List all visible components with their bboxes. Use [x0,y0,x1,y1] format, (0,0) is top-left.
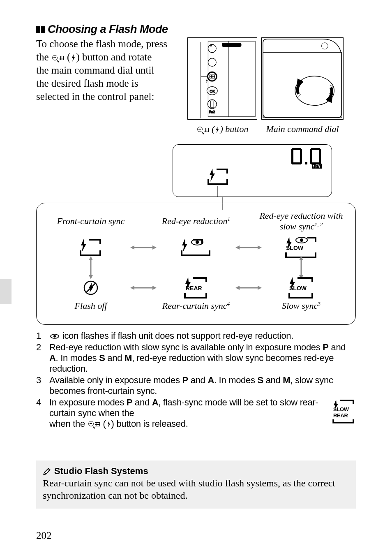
page-number: 202 [36,530,52,541]
svg-marker-51 [89,256,93,260]
svg-rect-27 [292,148,301,150]
footnote-text: Available only in exposure modes P and A… [49,375,356,396]
arrow-v-icon [88,256,94,279]
svg-marker-54 [299,256,303,260]
section-tab [0,279,12,304]
mode-title-front-curtain: Front-curtain sync [57,216,125,226]
svg-point-43 [196,241,199,244]
heading-text: Choosing a Flash Mode [48,23,168,36]
svg-rect-29 [291,149,293,164]
svg-text:SLOW: SLOW [286,245,304,251]
heading-bullets [36,26,45,33]
pencil-icon [43,467,51,475]
footnote-text: icon flashes if flash unit does not supp… [60,331,293,341]
svg-line-71 [48,469,49,471]
caption-text: button [223,124,249,134]
svg-line-21 [298,94,301,97]
footnote-2: 2 Red-eye reduction with slow sync is av… [36,342,356,374]
diagram-caption-dial: Main command dial [261,124,344,134]
intro-line: the desired flash mode is [36,78,138,89]
qflash-icon [197,127,209,133]
intro-paragraph: To choose the flash mode, press the () b… [36,37,180,103]
svg-point-26 [322,43,328,49]
svg-text:REAR: REAR [186,285,202,292]
svg-rect-30 [300,149,302,164]
intro-line: selected in the control panel: [36,91,154,102]
svg-marker-59 [130,286,134,290]
intro-line: the [36,51,51,62]
icon-red-eye-slow: SLOW [284,237,318,258]
icon-flash-off [83,278,99,298]
note-box: Studio Flash Systems Rear-curtain sync c… [36,460,356,509]
arrow-v-icon [298,256,304,279]
control-panel-display [36,144,356,197]
flash-bolt-icon [71,54,75,62]
svg-text:REAR: REAR [333,412,348,419]
note-heading: Studio Flash Systems [43,465,349,477]
footnotes: 1 icon flashes if flash unit does not su… [36,331,356,429]
arrow-h-icon [235,244,262,251]
svg-rect-31 [305,162,307,164]
svg-point-48 [300,238,303,242]
footnote-4: 4 In exposure modes P and A, flash-sync … [36,397,356,429]
svg-marker-41 [152,245,157,250]
svg-marker-64 [258,286,262,290]
svg-line-70 [44,472,46,474]
flash-bolt-icon [215,127,219,133]
arrow-h-icon [235,285,262,291]
section-heading: Choosing a Flash Mode [36,23,356,36]
mode-title-red-eye-slow: Red-eye reduction with slow sync1, 2 [257,211,346,231]
svg-text:SLOW: SLOW [289,285,307,292]
note-title: Studio Flash Systems [54,465,148,477]
note-body: Rear-curtain sync can not be used with s… [43,477,349,502]
svg-rect-18 [263,53,342,118]
svg-line-22 [330,85,332,87]
icon-slow-sync: SLOW [288,278,315,298]
intro-line: ) button and rotate [76,51,152,62]
svg-marker-63 [235,286,240,290]
svg-text:SLOW: SLOW [333,406,349,412]
mode-title-flash-off: Flash off [75,301,107,311]
svg-rect-17 [210,101,214,107]
svg-rect-28 [292,162,301,164]
svg-marker-60 [152,286,157,290]
footnote-text: In exposure modes P and A, flash-sync mo… [49,397,326,429]
intro-line: To choose the flash mode, press [36,38,167,49]
svg-rect-2 [222,43,241,47]
svg-point-67 [53,335,56,338]
camera-side-diagram: ? OK Fn2 [187,37,257,120]
qflash-icon [52,55,64,61]
svg-rect-34 [310,149,312,164]
svg-rect-32 [311,148,320,150]
icon-rear-curtain: REAR [183,278,209,298]
icon-red-eye [180,237,212,258]
svg-point-3 [208,44,216,53]
footnote-text: Red-eye reduction with slow sync is avai… [49,342,356,374]
intro-line: ( [65,51,71,62]
icon-front-curtain [79,237,103,258]
ev-icon [312,164,322,169]
mode-title-rear-curtain: Rear-curtain sync4 [162,301,230,311]
svg-text:?: ? [210,45,212,47]
svg-text:OK: OK [210,89,215,93]
footnote-1: 1 icon flashes if flash unit does not su… [36,331,356,341]
svg-text:Fn2: Fn2 [209,110,215,114]
arrow-h-icon [130,285,157,291]
camera-back-diagram [261,37,344,120]
eye-icon [50,334,59,339]
mode-title-red-eye: Red-eye reduction1 [162,216,230,227]
svg-rect-35 [319,149,321,164]
mode-title-slow-sync: Slow sync3 [282,301,321,311]
flash-modes-diagram: Front-curtain sync Red-eye reduction1 Re… [36,203,356,325]
flash-bolt-icon [107,421,111,428]
intro-line: the main command dial until [36,65,154,76]
diagram-caption-button: () button [187,124,257,134]
qflash-icon [88,421,100,427]
svg-point-5 [208,58,216,67]
icon-slow-rear: SLOWREAR [332,399,356,427]
footnote-3: 3 Available only in exposure modes P and… [36,375,356,396]
svg-marker-45 [235,245,240,250]
svg-marker-46 [258,245,262,250]
arrow-h-icon [130,244,157,251]
svg-marker-40 [130,245,134,250]
